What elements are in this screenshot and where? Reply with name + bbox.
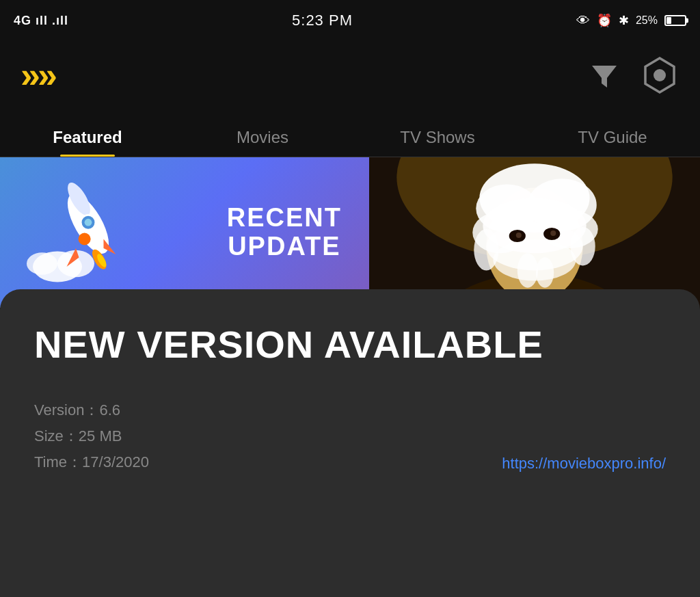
status-icons: 👁 ⏰ ✱ 25%	[576, 13, 686, 29]
tab-tv-guide[interactable]: TV Guide	[525, 128, 700, 157]
signal-text: 4G ıll .ıll	[14, 14, 68, 28]
svg-point-14	[79, 233, 91, 246]
battery-icon	[664, 15, 686, 26]
svg-point-33	[474, 229, 498, 270]
tab-tv-guide-label: TV Guide	[578, 128, 647, 146]
filter-icon[interactable]	[588, 59, 621, 92]
tab-movies[interactable]: Movies	[175, 128, 350, 157]
svg-point-9	[85, 219, 92, 226]
version-line: Version：6.6	[34, 400, 149, 421]
bottom-sheet: NEW VERSION AVAILABLE Version：6.6 Size：2…	[0, 289, 700, 597]
content-area: RECENT UPDATE	[0, 157, 700, 308]
size-line: Size：25 MB	[34, 426, 149, 447]
time-label: Time：	[34, 453, 82, 470]
svg-point-31	[516, 233, 522, 238]
bluetooth-icon: ✱	[619, 13, 629, 28]
size-label: Size：	[34, 427, 79, 445]
svg-point-36	[536, 257, 554, 287]
tabs-container: Featured Movies TV Shows TV Guide	[0, 109, 700, 157]
update-info-row: Version：6.6 Size：25 MB Time：17/3/2020 ht…	[34, 400, 666, 473]
size-value: 25 MB	[79, 427, 122, 445]
recent-update-text: RECENT UPDATE	[227, 204, 342, 261]
settings-icon[interactable]	[640, 55, 679, 95]
tab-featured-label: Featured	[53, 128, 122, 146]
signal-area: 4G ıll .ıll	[14, 14, 68, 28]
tab-tv-shows[interactable]: TV Shows	[350, 128, 525, 157]
movie-background	[369, 157, 700, 308]
nav-bar: »»	[0, 41, 700, 109]
time-display: 5:23 PM	[292, 12, 353, 29]
battery-percent: 25%	[636, 14, 658, 27]
movie-thumbnail-card[interactable]	[369, 157, 700, 308]
status-bar: 4G ıll .ıll 5:23 PM 👁 ⏰ ✱ 25%	[0, 0, 700, 41]
update-label: UPDATE	[227, 233, 342, 261]
app-logo[interactable]: »»	[21, 57, 55, 93]
tab-featured[interactable]: Featured	[0, 128, 175, 157]
alarm-icon: ⏰	[597, 13, 612, 28]
detail-lines: Version：6.6 Size：25 MB Time：17/3/2020	[34, 400, 149, 473]
update-title: NEW VERSION AVAILABLE	[34, 323, 666, 366]
svg-point-34	[570, 227, 595, 265]
tab-tv-shows-label: TV Shows	[400, 128, 474, 146]
nav-icons	[588, 55, 679, 95]
eye-icon: 👁	[576, 13, 590, 29]
tab-movies-label: Movies	[237, 128, 288, 146]
recent-label: RECENT	[227, 204, 342, 233]
svg-point-32	[550, 230, 556, 236]
svg-point-5	[27, 252, 57, 274]
time-line: Time：17/3/2020	[34, 452, 149, 473]
version-value: 6.6	[99, 401, 120, 419]
version-label: Version：	[34, 401, 99, 419]
recent-update-card[interactable]: RECENT UPDATE	[0, 157, 369, 308]
time-value: 17/3/2020	[82, 453, 149, 470]
logo-chevrons: »»	[21, 57, 55, 93]
svg-point-2	[654, 69, 666, 81]
rocket-graphic	[21, 168, 144, 294]
update-link[interactable]: https://movieboxpro.info/	[502, 455, 666, 473]
svg-point-35	[517, 253, 538, 287]
svg-marker-0	[592, 66, 617, 88]
